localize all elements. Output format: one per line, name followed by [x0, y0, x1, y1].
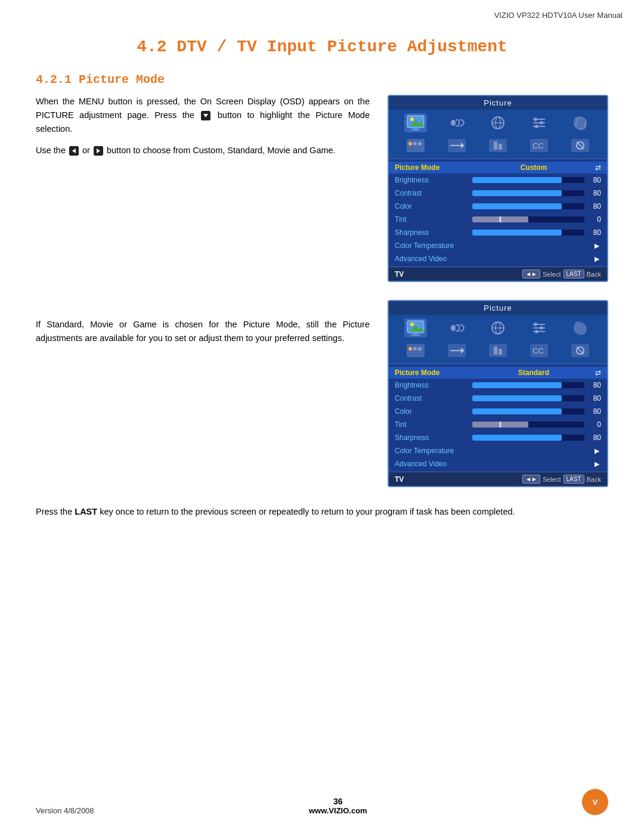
- channel-icon-svg: [490, 114, 506, 131]
- osd2-value-tint: 0: [587, 420, 601, 429]
- osd2-ctrl-last: LAST: [564, 475, 584, 484]
- osd-icon-2e: [569, 136, 592, 155]
- svg-point-23: [413, 142, 417, 145]
- para3: If Standard, Movie or Game is chosen for…: [36, 318, 370, 345]
- osd1-row-brightness: Brightness 80: [389, 174, 607, 187]
- info-icon-svg: [572, 114, 589, 131]
- osd1-value-color: 80: [587, 202, 601, 210]
- osd2-row-color: Color 80: [389, 405, 607, 418]
- osd2-arrow-colortemp: ►: [593, 446, 601, 456]
- svg-point-18: [534, 117, 537, 121]
- svg-text:CC: CC: [532, 141, 544, 150]
- osd2-mode-label: Picture Mode: [395, 368, 472, 377]
- osd1-row-colortemp: Color Temperature ►: [389, 239, 607, 252]
- footer-version: Version 4/8/2008: [36, 806, 94, 815]
- osd1-mode-icon: ⇄: [595, 163, 601, 172]
- osd1-body: Picture Mode Custom ⇄ Brightness 80 Cont…: [389, 159, 607, 267]
- osd-icon-2c: [487, 136, 509, 155]
- osd1-row-sharpness: Sharpness 80: [389, 226, 607, 239]
- svg-rect-60: [499, 349, 502, 355]
- info2-icon-svg: [572, 320, 589, 336]
- osd2-fill-sharpness: [472, 435, 562, 441]
- icon2a-svg: [407, 139, 425, 152]
- osd1-label-contrast: Contrast: [395, 189, 472, 197]
- osd2-row-brightness: Brightness 80: [389, 379, 607, 392]
- icon2-2e-svg: [571, 344, 589, 357]
- osd1-footer: TV ◄► Select LAST Back: [389, 267, 607, 281]
- osd2-label-colortemp: Color Temperature: [395, 447, 472, 455]
- svg-point-9: [410, 117, 414, 121]
- svg-rect-38: [411, 335, 420, 336]
- osd1-label-tint: Tint: [395, 215, 472, 224]
- osd-icon-picture: [404, 113, 427, 132]
- monitor-icon-svg: [406, 114, 425, 131]
- osd2-icons-row2: CC: [389, 340, 607, 364]
- osd2-ctrl-select: Select: [543, 476, 561, 483]
- icon2-2c-svg: [489, 344, 507, 357]
- osd2-row-advancedvideo: Advanced Video ►: [389, 457, 607, 470]
- svg-point-22: [408, 142, 412, 145]
- icon2d-svg: CC: [530, 139, 548, 152]
- text-col-1: When the MENU button is pressed, the On …: [36, 95, 370, 165]
- svg-rect-7: [413, 128, 418, 129]
- svg-point-41: [451, 325, 456, 331]
- vizio-logo: V: [582, 789, 608, 815]
- osd2-fill-color: [472, 408, 562, 414]
- audio2-icon-svg: [448, 320, 465, 336]
- svg-point-53: [413, 347, 417, 351]
- svg-point-11: [451, 120, 456, 126]
- osd1-ctrl-lr: ◄►: [522, 270, 540, 278]
- svg-rect-28: [489, 139, 507, 152]
- osd2-footer-controls: ◄► Select LAST Back: [522, 475, 601, 484]
- para2: Use the or button to choose from Custom,…: [36, 144, 370, 157]
- osd2-title: Picture: [389, 301, 607, 315]
- osd1-title: Picture: [389, 96, 607, 110]
- icon2-2b-svg: [448, 344, 466, 357]
- osd2-icon-setup: [528, 318, 550, 337]
- osd2-label-brightness: Brightness: [395, 381, 472, 389]
- osd2-value-contrast: 80: [587, 394, 601, 402]
- osd1-row-color: Color 80: [389, 200, 607, 213]
- down-arrow-svg: [201, 111, 210, 120]
- last-bold: LAST: [75, 507, 97, 516]
- osd2-label-color: Color: [395, 407, 472, 416]
- osd2-ctrl-lr: ◄►: [522, 475, 540, 484]
- osd1-value-brightness: 80: [587, 176, 601, 184]
- osd2-footer-tv: TV: [395, 475, 404, 484]
- osd2-fill-contrast: [472, 395, 562, 401]
- osd1-footer-controls: ◄► Select LAST Back: [522, 270, 601, 278]
- osd2-mode-value: Standard: [472, 368, 595, 377]
- footer-website: www.VIZIO.com: [309, 806, 367, 815]
- setup-icon-svg: [531, 114, 547, 131]
- svg-rect-51: [407, 344, 425, 357]
- svg-rect-30: [499, 144, 502, 150]
- osd2-row-colortemp: Color Temperature ►: [389, 444, 607, 457]
- svg-rect-21: [407, 139, 425, 152]
- svg-rect-59: [494, 346, 497, 355]
- osd2-icon-2a: [404, 341, 427, 360]
- osd2-label-tint: Tint: [395, 420, 472, 429]
- osd1-arrow-colortemp: ►: [593, 241, 601, 250]
- osd1-label-sharpness: Sharpness: [395, 228, 472, 237]
- last-note: Press the LAST key once to return to the…: [36, 505, 608, 519]
- svg-point-50: [535, 330, 538, 333]
- osd2-icon-audio: [445, 318, 468, 337]
- osd1-arrow-advancedvideo: ►: [593, 254, 601, 264]
- icon2c-svg: [489, 139, 507, 152]
- osd1-mode-label: Picture Mode: [395, 163, 472, 172]
- osd1-ctrl-last: LAST: [564, 270, 584, 278]
- main-content: 4.2 DTV / TV Input Picture Adjustment 4.…: [0, 20, 644, 543]
- para1: When the MENU button is pressed, the On …: [36, 95, 370, 137]
- osd1-mode-value: Custom: [472, 163, 595, 172]
- down-button-icon: [201, 111, 210, 120]
- subsection-title: 4.2.1 Picture Mode: [36, 73, 608, 86]
- osd2-label-contrast: Contrast: [395, 394, 472, 402]
- osd2-bar-contrast: [472, 395, 584, 401]
- osd2-row-sharpness: Sharpness 80: [389, 431, 607, 444]
- icon2-2d-svg: CC: [530, 344, 548, 357]
- svg-text:CC: CC: [532, 346, 544, 355]
- svg-rect-58: [489, 344, 507, 357]
- header-title: VIZIO VP322 HDTV10A User Manual: [494, 11, 623, 20]
- osd-icon-channel: [487, 113, 509, 132]
- osd1-fill-color: [472, 203, 562, 209]
